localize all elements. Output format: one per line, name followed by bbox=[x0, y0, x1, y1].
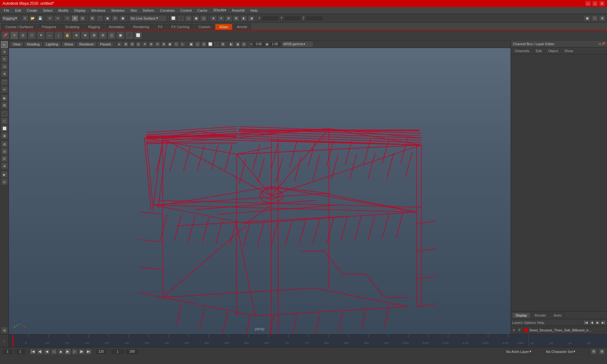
layer-tab-render[interactable]: Render bbox=[531, 312, 549, 318]
anim-btn[interactable]: ▶ bbox=[1, 171, 8, 178]
shelf-icon-4[interactable]: ✦ bbox=[37, 31, 45, 39]
shelf-icon-2[interactable]: ◎ bbox=[19, 31, 27, 39]
camera-btn[interactable]: ◎ bbox=[1, 178, 8, 185]
tab-fx[interactable]: FX bbox=[154, 24, 167, 30]
menu-deform[interactable]: Deform bbox=[140, 8, 157, 13]
tool5-btn[interactable]: ◐ bbox=[240, 15, 247, 21]
shelf-icon-6[interactable]: ↕ bbox=[54, 31, 63, 39]
channel-box-collapse[interactable]: ◁ bbox=[598, 42, 601, 46]
shelf-icon-7[interactable]: 🔒 bbox=[63, 31, 71, 39]
menu-skin[interactable]: Skin bbox=[128, 8, 139, 13]
cb-tab-channels[interactable]: Channels bbox=[512, 48, 532, 53]
vp-ctrl-6[interactable]: ⊕ bbox=[148, 41, 154, 47]
z-field[interactable] bbox=[306, 16, 323, 21]
move-tool-btn[interactable]: ✛ bbox=[1, 48, 8, 55]
goto-end-btn[interactable]: ▶| bbox=[85, 349, 92, 355]
vp-ctrl-4[interactable]: ◎ bbox=[136, 41, 141, 47]
menu-modify[interactable]: Modify bbox=[56, 8, 71, 13]
undo-btn[interactable]: ↩ bbox=[46, 15, 53, 21]
menu-3dtall[interactable]: 3DtoAll▾ bbox=[211, 8, 229, 13]
tab-rigging[interactable]: Rigging bbox=[84, 24, 104, 30]
char-set-settings-btn[interactable]: ⚙ bbox=[599, 349, 605, 355]
tool4-btn[interactable]: ⊞ bbox=[233, 15, 240, 21]
show-manipulator-btn[interactable]: ⊕ bbox=[1, 70, 8, 77]
exposure-field[interactable] bbox=[253, 42, 265, 47]
shelf-icon-12[interactable]: ◫ bbox=[107, 31, 116, 39]
vp-shading-btn[interactable]: Shading bbox=[24, 42, 42, 47]
step-back-btn[interactable]: ◀| bbox=[37, 349, 43, 355]
save-file-btn[interactable]: 💾 bbox=[37, 15, 44, 21]
shelf-icon-3[interactable]: ⬡ bbox=[28, 31, 36, 39]
layer-nav-prev[interactable]: ◀ bbox=[589, 320, 594, 325]
panel-toggle-1[interactable]: ▣ bbox=[584, 15, 591, 21]
step-forward-btn[interactable]: |▶ bbox=[78, 349, 85, 355]
range-end-field[interactable] bbox=[125, 349, 139, 355]
cb-tab-show[interactable]: Show bbox=[562, 48, 576, 53]
rigging-dropdown[interactable]: Rigging ▾ bbox=[1, 15, 19, 21]
3d-viewport[interactable]: x y z persp bbox=[9, 48, 511, 334]
layer-nav-last[interactable]: ▶| bbox=[601, 320, 606, 325]
tool1-btn[interactable]: ⊕ bbox=[210, 15, 217, 21]
layer-visibility-vp[interactable]: V bbox=[513, 329, 517, 332]
no-char-set-dropdown[interactable]: No Character Set ▾ bbox=[544, 349, 589, 355]
color-space-dropdown[interactable]: sRGB gamma ▾ bbox=[282, 41, 313, 47]
vp-view-btn[interactable]: View bbox=[10, 42, 23, 47]
channel-box-pin[interactable]: 📌 bbox=[601, 42, 605, 46]
vp-ctrl-1[interactable]: ▸ bbox=[117, 41, 122, 47]
timeline-range[interactable]: 120 125 130 135 bbox=[528, 335, 607, 347]
shelf-icon-13[interactable]: ▣ bbox=[116, 31, 125, 39]
options-menu[interactable]: Options bbox=[524, 321, 536, 325]
stop-btn[interactable]: ■ bbox=[58, 349, 64, 355]
menu-create[interactable]: Create bbox=[24, 8, 40, 13]
vp-ctrl-18[interactable]: ◐ bbox=[229, 41, 234, 47]
layer-nav-first[interactable]: |◀ bbox=[584, 320, 589, 325]
minimize-button[interactable]: — bbox=[586, 1, 591, 6]
open-file-btn[interactable]: 📂 bbox=[29, 15, 36, 21]
tab-arnold[interactable]: Arnold bbox=[233, 24, 251, 30]
layer-tab-anim[interactable]: Anim bbox=[550, 312, 565, 318]
soft-select-btn[interactable]: ◉ bbox=[1, 94, 8, 101]
layers-menu[interactable]: Layers bbox=[512, 321, 523, 325]
vp-panels-btn[interactable]: Panels bbox=[97, 42, 114, 47]
layer-btn[interactable]: ☰ bbox=[1, 155, 8, 162]
select-btn[interactable]: ⊹ bbox=[64, 15, 71, 21]
vp-ctrl-7[interactable]: ✕ bbox=[155, 41, 160, 47]
tab-custom[interactable]: Custom bbox=[194, 24, 215, 30]
smooth-btn[interactable]: ⬜ bbox=[1, 125, 8, 132]
tab-animation[interactable]: Animation bbox=[105, 24, 128, 30]
menu-control[interactable]: Control bbox=[178, 8, 194, 13]
no-anim-layer-dropdown[interactable]: No Anim Layer ▾ bbox=[505, 349, 543, 355]
vp-ctrl-16[interactable]: ⬛ bbox=[214, 41, 219, 47]
shelf-icon-11[interactable]: ⊟ bbox=[99, 31, 107, 39]
menu-windows[interactable]: Windows bbox=[89, 8, 108, 13]
menu-file[interactable]: File bbox=[1, 8, 12, 13]
paint-btn[interactable]: ⊟ bbox=[79, 15, 86, 21]
menu-skeleton[interactable]: Skeleton bbox=[108, 8, 127, 13]
maximize-button[interactable]: □ bbox=[592, 1, 598, 6]
vp-ctrl-9[interactable]: ◉ bbox=[167, 41, 173, 47]
goto-start-btn[interactable]: |◀ bbox=[30, 349, 36, 355]
shelf-icon-15[interactable]: ⬜ bbox=[134, 31, 142, 39]
tool3-btn[interactable]: ⊗ bbox=[225, 15, 232, 21]
layer-item[interactable]: V P Street_Structure_Three_Side_Billboar… bbox=[512, 327, 606, 334]
cb-tab-object[interactable]: Object bbox=[545, 48, 561, 53]
shelf-icon-14[interactable]: ⬛ bbox=[125, 31, 133, 39]
help-menu[interactable]: Help bbox=[537, 321, 544, 325]
menu-redshift[interactable]: Redshift bbox=[230, 8, 247, 13]
menu-cache[interactable]: Cache bbox=[195, 8, 210, 13]
end-frame-field[interactable] bbox=[95, 349, 107, 355]
wireframe-btn[interactable]: ⬡ bbox=[1, 118, 8, 124]
shelf-icon-5[interactable]: ↔ bbox=[46, 31, 54, 39]
vp-ctrl-15[interactable]: ⬜ bbox=[207, 41, 213, 47]
lasso-btn[interactable]: ⊞ bbox=[71, 15, 78, 21]
y-field[interactable] bbox=[284, 16, 301, 21]
snap-curve-btn[interactable]: ⌒ bbox=[96, 15, 103, 21]
play-forward-btn[interactable]: ▶ bbox=[64, 349, 71, 355]
next-key-btn[interactable]: ▷ bbox=[71, 349, 78, 355]
gamma-field[interactable] bbox=[269, 42, 281, 47]
snap-view-btn[interactable]: ⊡ bbox=[112, 15, 119, 21]
vp-ctrl-11[interactable]: ▷ bbox=[180, 41, 186, 47]
vp-ctrl-3[interactable]: ⊟ bbox=[129, 41, 135, 47]
rotate-tool-btn[interactable]: ↻ bbox=[1, 56, 8, 63]
timeline[interactable]: 5 10 15 20 25 30 35 40 45 50 55 60 bbox=[9, 335, 528, 347]
